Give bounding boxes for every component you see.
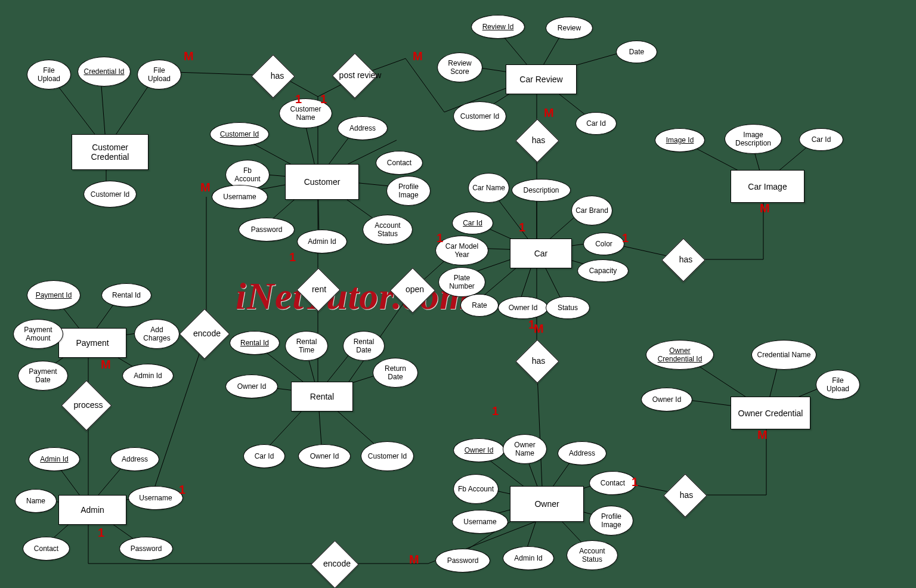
attr-cc-file2: File Upload [137,60,181,89]
attr-ow-admin: Admin Id [503,546,554,570]
attr-ad-addr: Address [110,447,159,471]
card-m3: M [544,106,554,120]
attr-ad-pass: Password [119,537,173,561]
card-m5: M [101,358,111,372]
attr-ow-name: Owner Name [503,434,547,464]
attr-oc-file: File Upload [816,370,860,400]
entity-customer: Customer [285,164,359,200]
attr-ci-desc: Image Description [725,124,782,154]
entity-rental: Rental [291,382,353,411]
attr-cc-customer-id: Customer Id [83,181,137,208]
rel-encode-owner [311,540,359,588]
card-m4: M [760,202,770,215]
attr-car-id: Car Id [452,212,493,234]
attr-cc-credential-id: Credential Id [78,57,131,86]
attr-oc-name: Credential Name [751,340,816,370]
rel-post-review [332,53,377,98]
attr-cu-addr: Address [338,116,388,140]
attr-car-name: Car Name [468,173,509,203]
attr-oc-owner: Owner Id [641,388,692,411]
attr-ci-carid: Car Id [799,128,843,151]
attr-rn-return: Return Date [373,358,418,388]
attr-ow-profile: Profile Image [589,506,633,536]
entity-car: Car [510,239,572,268]
attr-ow-addr: Address [558,441,606,465]
attr-cu-contact: Contact [376,151,423,175]
entity-car-image: Car Image [731,170,804,203]
attr-cu-id: Customer Id [210,122,269,146]
rel-car-review-has [515,119,559,163]
attr-ow-id: Owner Id [453,438,505,462]
entity-car-review: Car Review [506,64,577,94]
card-one11: 1 [98,526,104,540]
card-m7: M [409,553,419,567]
attr-rn-car: Car Id [243,444,285,468]
rel-encode-customer [180,309,230,360]
attr-ad-user: Username [128,486,183,510]
attr-ad-name: Name [15,489,57,513]
attr-car-rate: Rate [460,294,499,317]
card-one3: 1 [519,221,525,234]
attr-cr-score: Review Score [437,52,482,82]
attr-car-brand: Car Brand [571,196,612,225]
attr-car-status: Status [546,296,590,319]
entity-customer-credential: Customer Credential [72,134,148,170]
attr-ci-imgid: Image Id [655,128,705,152]
entity-owner: Owner [510,486,584,522]
rel-car-owner-has [515,339,559,383]
card-m8: M [534,322,544,336]
card-one2: 1 [320,92,327,106]
attr-ow-pass: Password [435,549,490,572]
rel-process [61,380,112,431]
attr-rn-id: Rental Id [230,331,280,355]
entity-admin: Admin [58,495,126,525]
attr-pm-admin: Admin Id [122,364,174,388]
card-m6: M [757,428,768,442]
attr-rn-cust: Customer Id [361,441,414,471]
attr-cr-carid: Car Id [575,112,617,135]
attr-pm-charges: Add Charges [134,319,180,349]
attr-cu-pass: Password [239,218,295,242]
attr-pm-rental: Rental Id [101,283,151,307]
card-m2: M [413,49,423,63]
attr-pm-date: Payment Date [18,361,68,391]
card-one7: 1 [179,483,185,497]
attr-rn-owner2: Owner Id [298,444,351,468]
attr-rn-owner: Owner Id [225,375,278,398]
attr-ow-user: Username [452,510,508,534]
attr-cr-custid: Customer Id [453,101,506,131]
attr-cr-revid: Review Id [471,15,525,39]
rel-owner-cred-has [663,474,707,518]
card-one1: 1 [295,92,302,106]
card-m5a: M [200,181,211,194]
attr-car-plate: Plate Number [438,267,485,297]
card-one6: 1 [289,250,296,264]
attr-car-owner: Owner Id [498,296,548,319]
attr-cu-user: Username [212,185,268,209]
attr-oc-id: Owner Crendential Id [646,340,714,370]
attr-cu-profile: Profile Image [386,176,431,206]
card-m1: M [184,49,194,63]
attr-rn-time: Rental Time [285,331,328,361]
entity-payment: Payment [58,328,126,358]
watermark: iNetTutor.com [236,274,470,318]
attr-cr-review: Review [546,17,593,39]
svg-line-72 [152,333,206,495]
card-one4: 1 [437,231,443,245]
attr-ow-contact: Contact [589,471,636,495]
attr-pm-id: Payment Id [27,280,81,310]
attr-cc-file1: File Upload [27,60,71,89]
attr-car-color: Color [583,233,624,255]
attr-ow-fb: Fb Account [453,474,499,504]
card-one10: 1 [632,475,638,489]
rel-has-credential [251,54,295,98]
entity-owner-credential: Owner Credential [731,397,810,429]
rel-car-image-has [661,238,705,282]
attr-ad-contact: Contact [23,537,70,561]
attr-car-cap: Capacity [577,259,629,282]
attr-pm-amount: Payment Amount [13,319,63,349]
attr-cu-status: Account Status [363,215,413,245]
card-one9: 1 [492,404,499,418]
attr-car-desc: Description [512,179,571,202]
attr-car-year: Car Model Year [435,236,488,265]
